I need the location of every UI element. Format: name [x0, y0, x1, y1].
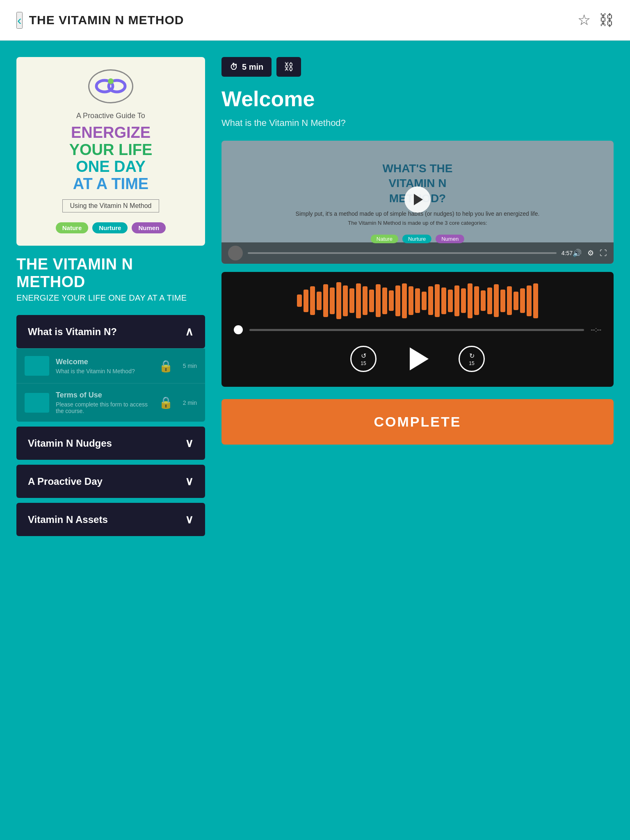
thumbnail-tags: Nature Nurture Numen [56, 222, 166, 233]
back-button[interactable]: ‹ [16, 12, 23, 29]
video-progress-bar[interactable] [248, 252, 557, 254]
link-button[interactable]: ⛓ [599, 11, 614, 29]
video-play-button[interactable] [404, 187, 431, 213]
thumbnail-line4: AT A TIME [73, 176, 148, 193]
settings-icon[interactable]: ⚙ [587, 249, 594, 258]
meta-badges: ⏱ 5 min ⛓ [221, 57, 614, 77]
audio-progress-bar[interactable] [249, 329, 584, 331]
accordion-what-is-vitamin-n: What is Vitamin N? ∧ Welcome What is the… [16, 315, 205, 422]
link-badge[interactable]: ⛓ [276, 57, 301, 77]
waveform-bar [514, 292, 518, 310]
lock-icon: 🔒 [159, 396, 173, 409]
item-text: Terms of Use Please complete this form t… [56, 391, 152, 414]
chevron-down-icon: ∨ [185, 513, 194, 526]
complete-button[interactable]: COMPLETE [221, 399, 614, 445]
left-column: A Proactive Guide To ENERGIZE YOUR LIFE … [16, 57, 205, 541]
item-duration: 2 min [183, 399, 197, 406]
waveform-bar [441, 288, 446, 314]
thumbnail-line2: YOUR LIFE [69, 142, 153, 159]
main-content: A Proactive Guide To ENERGIZE YOUR LIFE … [0, 41, 630, 557]
video-title-line1: WHAT'S THE [221, 161, 614, 176]
lesson-description: What is the Vitamin N Method? [221, 118, 614, 128]
audio-play-button[interactable] [401, 342, 434, 375]
forward-label: 15 [469, 361, 474, 366]
forward-icon: ↻ [469, 352, 475, 360]
chevron-down-icon: ∨ [185, 436, 194, 450]
accordion-header-proactive-day[interactable]: A Proactive Day ∨ [16, 465, 205, 498]
waveform-bar [487, 288, 492, 314]
volume-icon[interactable]: 🔊 [573, 249, 582, 258]
waveform-bar [409, 286, 413, 315]
svg-point-2 [108, 78, 114, 84]
waveform-bar [481, 290, 486, 311]
thumbnail-guide-text: A Proactive Guide To [76, 112, 145, 120]
item-text: Welcome What is the Vitamin N Method? [56, 358, 152, 374]
forward-15-button[interactable]: ↻ 15 [459, 346, 485, 372]
waveform-bar [461, 288, 466, 313]
course-thumbnail: A Proactive Guide To ENERGIZE YOUR LIFE … [16, 57, 205, 246]
accordion-header-assets[interactable]: Vitamin N Assets ∨ [16, 503, 205, 536]
waveform-bar [527, 285, 532, 316]
waveform-bar [323, 284, 328, 317]
waveform-bar [304, 290, 308, 312]
presenter-avatar [228, 246, 243, 260]
waveform-bar [336, 282, 341, 319]
accordion-label-2: A Proactive Day [28, 476, 103, 487]
waveform-bar [402, 283, 407, 318]
waveform-bar [317, 292, 322, 310]
accordion-proactive-day: A Proactive Day ∨ [16, 465, 205, 498]
waveform-bar [330, 288, 335, 314]
waveform-bar [454, 285, 459, 316]
waveform-bar [474, 286, 479, 315]
video-tag-nurture: Nurture [402, 235, 431, 243]
waveform-bar [468, 283, 472, 318]
waveform-bar [349, 288, 354, 313]
waveform-bar [395, 285, 400, 316]
video-tag-numen: Numen [436, 235, 464, 243]
waveform-bar [297, 294, 302, 307]
list-item[interactable]: Welcome What is the Vitamin N Method? 🔒 … [16, 348, 205, 383]
waveform-bar [376, 284, 381, 317]
fullscreen-icon[interactable]: ⛶ [600, 249, 607, 258]
waveform-bar [310, 286, 315, 315]
waveform-bar [356, 283, 361, 318]
rewind-15-button[interactable]: ↺ 15 [350, 346, 377, 372]
waveform-bar [369, 290, 374, 312]
list-item[interactable]: Terms of Use Please complete this form t… [16, 383, 205, 422]
waveform-bar [494, 284, 499, 317]
item-title: Welcome [56, 358, 152, 366]
play-triangle-icon [414, 194, 423, 205]
video-player[interactable]: WHAT'S THE VITAMIN N METHOD? Simply put,… [221, 141, 614, 264]
waveform-bar [343, 285, 348, 316]
video-tag-nature: Nature [371, 235, 398, 243]
item-duration: 5 min [183, 363, 197, 369]
waveform-bar [520, 288, 525, 313]
audio-waveform [234, 284, 601, 317]
course-subtitle: ENERGIZE YOUR LIFE ONE DAY AT A TIME [16, 293, 205, 303]
time-badge: ⏱ 5 min [221, 57, 272, 77]
header-title: THE VITAMIN N METHOD [29, 13, 184, 27]
video-timestamp: 4:57 [562, 250, 573, 256]
waveform-bar [363, 286, 368, 315]
audio-time-remaining: --:-- [591, 326, 601, 333]
bookmark-button[interactable]: ☆ [578, 11, 591, 29]
accordion-label-1: Vitamin N Nudges [28, 438, 112, 449]
accordion-header-what-is-vitamin-n[interactable]: What is Vitamin N? ∧ [16, 315, 205, 348]
waveform-bar [422, 292, 427, 310]
accordion-label-3: Vitamin N Assets [28, 514, 108, 525]
right-column: ⏱ 5 min ⛓ Welcome What is the Vitamin N … [221, 57, 614, 541]
thumbnail-line3: ONE DAY [76, 158, 146, 176]
item-thumbnail [25, 393, 49, 413]
course-logo [88, 69, 133, 103]
tag-nurture: Nurture [92, 222, 128, 233]
video-control-icons: 🔊 ⚙ ⛶ [573, 249, 607, 258]
header: ‹ THE VITAMIN N METHOD ☆ ⛓ [0, 0, 630, 41]
waveform-bar [415, 288, 420, 313]
waveform-bar [435, 284, 440, 317]
audio-progress-dot[interactable] [234, 325, 243, 334]
item-subtitle: Please complete this form to access the … [56, 401, 152, 414]
waveform-bar [507, 286, 512, 315]
accordion-header-nudges[interactable]: Vitamin N Nudges ∨ [16, 427, 205, 460]
video-bottom-tags: Nature Nurture Numen [371, 235, 464, 243]
waveform-bar [448, 290, 453, 312]
